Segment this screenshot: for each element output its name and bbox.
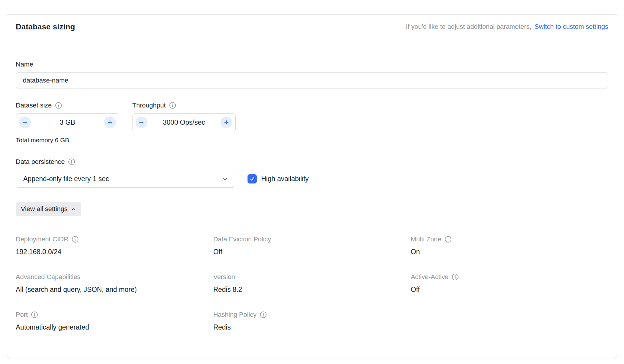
setting-value: Redis 8.2 — [213, 286, 411, 294]
setting-label: Active-Active — [411, 273, 448, 281]
card-header: Database sizing If you'd like to adjust … — [7, 15, 617, 39]
throughput-value: 3000 Ops/sec — [147, 118, 220, 126]
info-icon[interactable] — [31, 311, 38, 318]
check-icon — [249, 176, 255, 182]
setting-data-eviction-policy: Data Eviction Policy Off — [213, 235, 411, 256]
data-persistence-label-row: Data persistence — [16, 158, 608, 166]
dataset-size-decrement-button[interactable]: − — [19, 116, 31, 128]
throughput-label: Throughput — [132, 102, 166, 109]
setting-empty-cell — [411, 311, 608, 331]
setting-value: 192.168.0.0/24 — [16, 248, 213, 256]
throughput-increment-button[interactable]: + — [220, 116, 232, 128]
setting-label: Port — [16, 311, 28, 319]
setting-deployment-cidr: Deployment CIDR 192.168.0.0/24 — [16, 235, 213, 256]
setting-label: Data Eviction Policy — [213, 235, 271, 243]
info-icon[interactable] — [72, 236, 79, 243]
name-label: Name — [16, 61, 33, 68]
page-title: Database sizing — [16, 22, 75, 31]
setting-label: Advanced Capabilities — [16, 273, 81, 281]
info-icon[interactable] — [169, 102, 176, 109]
database-sizing-card: Database sizing If you'd like to adjust … — [7, 14, 617, 358]
dataset-size-label: Dataset size — [16, 102, 52, 109]
setting-value: Automatically generated — [16, 323, 213, 331]
high-availability-label: High availability — [261, 175, 309, 183]
setting-label: Deployment CIDR — [16, 235, 68, 243]
setting-value: On — [411, 248, 608, 256]
throughput-stepper: − 3000 Ops/sec + — [132, 113, 236, 131]
view-all-settings-button[interactable]: View all settings — [16, 202, 81, 216]
setting-value: Off — [411, 286, 608, 294]
throughput-block: Throughput − 3000 Ops/sec + — [132, 102, 236, 144]
setting-port: Port Automatically generated — [16, 311, 213, 331]
name-field-block: Name — [16, 61, 608, 88]
high-availability-checkbox[interactable] — [248, 174, 257, 183]
throughput-label-row: Throughput — [132, 102, 236, 109]
dataset-size-block: Dataset size − 3 GB + Total memory 6 GB — [16, 102, 119, 144]
setting-label: Version — [213, 273, 235, 281]
setting-multi-zone: Multi Zone On — [411, 235, 608, 256]
data-persistence-selected-value: Append-only file every 1 sec — [23, 175, 109, 183]
setting-advanced-capabilities: Advanced Capabilities All (search and qu… — [16, 273, 213, 294]
sizing-steppers-row: Dataset size − 3 GB + Total memory 6 GB … — [16, 102, 608, 144]
data-persistence-row: Append-only file every 1 sec High availa… — [16, 170, 608, 188]
dataset-size-label-row: Dataset size — [16, 102, 119, 109]
high-availability-option[interactable]: High availability — [248, 174, 309, 183]
setting-active-active: Active-Active Off — [411, 273, 608, 294]
card-body: Name Dataset size − 3 GB + Total memory … — [7, 39, 617, 331]
dataset-size-stepper: − 3 GB + — [16, 113, 119, 131]
info-icon[interactable] — [55, 102, 62, 109]
header-hint: If you'd like to adjust additional param… — [406, 23, 608, 31]
chevron-down-icon — [222, 176, 229, 182]
info-icon[interactable] — [260, 311, 267, 318]
setting-value: All (search and query, JSON, and more) — [16, 286, 213, 294]
info-icon[interactable] — [68, 158, 75, 165]
throughput-decrement-button[interactable]: − — [135, 116, 147, 128]
setting-hashing-policy: Hashing Policy Redis — [213, 311, 411, 331]
dataset-size-increment-button[interactable]: + — [104, 116, 116, 128]
data-persistence-block: Data persistence Append-only file every … — [16, 158, 608, 188]
dataset-size-value: 3 GB — [31, 118, 104, 126]
database-name-input[interactable] — [16, 72, 608, 88]
setting-label: Hashing Policy — [213, 311, 257, 319]
all-settings-grid: Deployment CIDR 192.168.0.0/24 Data Evic… — [16, 235, 608, 331]
setting-value: Redis — [213, 323, 411, 331]
setting-version: Version Redis 8.2 — [213, 273, 411, 294]
view-all-settings-label: View all settings — [21, 205, 67, 213]
data-persistence-select[interactable]: Append-only file every 1 sec — [16, 170, 235, 188]
info-icon[interactable] — [445, 236, 452, 243]
switch-to-custom-settings-link[interactable]: Switch to custom settings — [535, 23, 608, 30]
header-hint-text: If you'd like to adjust additional param… — [406, 23, 531, 30]
setting-label: Multi Zone — [411, 235, 441, 243]
data-persistence-label: Data persistence — [16, 158, 65, 166]
chevron-up-icon — [71, 207, 76, 212]
setting-value: Off — [213, 248, 411, 256]
total-memory-text: Total memory 6 GB — [16, 137, 119, 144]
info-icon[interactable] — [452, 273, 459, 281]
